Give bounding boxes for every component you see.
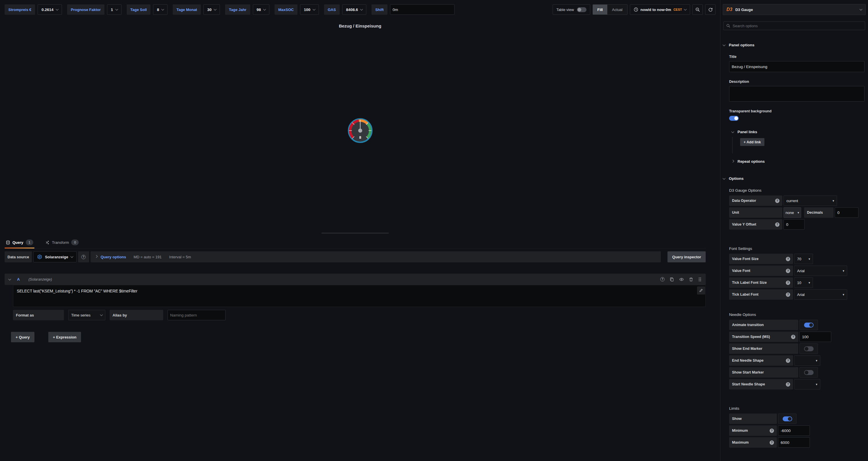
- section-label: Options: [729, 176, 744, 181]
- value-font-select[interactable]: Arial: [794, 265, 847, 276]
- query-options-expander[interactable]: Query options: [95, 255, 126, 259]
- help-icon[interactable]: ?: [786, 257, 790, 261]
- limits-show-toggle[interactable]: [783, 416, 792, 421]
- tick-label-font-select[interactable]: Arial: [794, 289, 847, 300]
- decimals-input[interactable]: [835, 207, 859, 218]
- data-operator-select[interactable]: current: [783, 196, 837, 206]
- options-section-header[interactable]: Options: [723, 176, 865, 181]
- panel-description-textarea[interactable]: [729, 86, 865, 102]
- start-needle-shape-select[interactable]: [794, 379, 820, 390]
- caret-down-icon: [842, 269, 844, 273]
- value-font-size-select[interactable]: 70: [794, 254, 813, 264]
- tab-transform[interactable]: Transform 0: [44, 237, 80, 248]
- query-row-actions: ?: [660, 277, 702, 282]
- subsection-label: Panel links: [738, 130, 757, 134]
- chevron-down-icon: [312, 8, 315, 11]
- transition-speed-label: Transition Speed (MS) ?: [729, 332, 798, 342]
- variable-value: 98: [257, 7, 261, 12]
- sql-query-editor[interactable]: SELECT last("KSEM_Leistung") * -1 FROM "…: [13, 285, 706, 307]
- help-icon[interactable]: ?: [791, 335, 795, 339]
- variable-tage-jahr: Tage Jahr 98: [225, 4, 269, 15]
- maximum-input[interactable]: [778, 437, 810, 448]
- query-help-icon[interactable]: ?: [660, 277, 664, 282]
- shift-input[interactable]: [390, 4, 455, 15]
- refresh-button[interactable]: [705, 4, 715, 15]
- animate-transition-toggle[interactable]: [804, 323, 814, 327]
- font-settings-rows: Value Font Size ? 70 Value Font ? Arial: [729, 254, 865, 300]
- datasource-picker[interactable]: Solaranzeige: [33, 251, 76, 262]
- tick-label-font-size-value: 10: [797, 281, 807, 285]
- add-link-button[interactable]: + Add link: [740, 138, 765, 146]
- drag-handle-icon[interactable]: [698, 277, 702, 282]
- query-inspector-button[interactable]: Query inspector: [668, 251, 706, 262]
- active-tab-underline: [5, 248, 34, 249]
- tick-label-font-size-select[interactable]: 10: [794, 278, 813, 288]
- variable-value-dropdown[interactable]: 8: [153, 4, 167, 15]
- variable-value-dropdown[interactable]: 0.2614: [38, 4, 62, 15]
- panel-links-header[interactable]: Panel links: [732, 130, 865, 134]
- help-icon[interactable]: ?: [775, 199, 779, 203]
- transparent-background-toggle[interactable]: [729, 116, 739, 121]
- add-expression-button[interactable]: + Expression: [48, 332, 81, 342]
- variable-value-dropdown[interactable]: 98: [253, 4, 269, 15]
- chevron-down-icon: [70, 255, 73, 258]
- zoom-out-time-button[interactable]: [692, 4, 703, 15]
- show-end-marker-toggle[interactable]: [804, 346, 814, 351]
- query-options-label: Query options: [101, 255, 126, 259]
- transition-speed-input[interactable]: [799, 332, 831, 342]
- alias-by-input[interactable]: [167, 310, 226, 320]
- tab-query[interactable]: Query 1: [5, 237, 34, 248]
- variable-value: 0.2614: [41, 7, 53, 12]
- help-icon[interactable]: ?: [786, 382, 790, 386]
- hide-query-eye-icon[interactable]: [679, 277, 684, 282]
- chevron-down-icon: [684, 8, 687, 11]
- query-row-header[interactable]: A (Solaranzeige) ?: [5, 273, 706, 285]
- format-as-select[interactable]: Time series: [68, 310, 105, 320]
- variable-value-dropdown[interactable]: 100: [300, 4, 319, 15]
- help-icon[interactable]: ?: [786, 269, 790, 273]
- pane-resize-handle[interactable]: [321, 233, 389, 234]
- display-mode-actual[interactable]: Actual: [607, 5, 627, 15]
- value-font-value: Arial: [797, 269, 841, 273]
- options-search-input[interactable]: [733, 24, 862, 28]
- datasource-help-button[interactable]: ?: [78, 251, 89, 262]
- query-editor-section: Query 1 Transform 0 Data source: [0, 233, 720, 461]
- value-font-size-value: 70: [797, 257, 807, 261]
- variable-value-dropdown[interactable]: 30: [204, 4, 220, 15]
- options-search[interactable]: [723, 22, 865, 30]
- query-ref-id: A: [17, 277, 20, 282]
- edit-query-button[interactable]: [697, 286, 705, 294]
- value-y-offset-input[interactable]: [783, 219, 805, 230]
- help-icon[interactable]: ?: [770, 429, 774, 433]
- help-icon[interactable]: ?: [786, 292, 790, 297]
- time-range-picker[interactable]: now/d to now-0m CEST: [630, 4, 690, 15]
- help-icon[interactable]: ?: [786, 358, 790, 363]
- datasource-label: Data source: [5, 251, 32, 262]
- minimum-input[interactable]: [778, 425, 810, 436]
- panel-options-section-header[interactable]: Panel options: [723, 43, 865, 47]
- unit-select[interactable]: none: [783, 207, 801, 218]
- value-font-row: Value Font ? Arial: [729, 265, 865, 276]
- visualization-picker[interactable]: D3 D3 Gauge: [723, 4, 866, 15]
- add-query-button[interactable]: + Query: [11, 332, 34, 342]
- start-needle-shape-row: Start Needle Shape ?: [729, 379, 865, 390]
- query-options-bar: Query options MD = auto = 191 Interval =…: [91, 251, 661, 262]
- repeat-options-header[interactable]: Repeat options: [732, 159, 865, 164]
- variable-value-dropdown[interactable]: 8408.6: [342, 4, 366, 15]
- delete-query-trash-icon[interactable]: [689, 277, 693, 282]
- needle-options-rows: Animate transition Transition Speed (MS)…: [729, 320, 865, 390]
- help-icon[interactable]: ?: [770, 440, 774, 445]
- variable-value-dropdown[interactable]: 1: [107, 4, 122, 15]
- show-start-marker-toggle[interactable]: [804, 370, 814, 375]
- panel-title-input[interactable]: [729, 61, 865, 72]
- options-scroll-area[interactable]: Panel options Title Description Transpar…: [720, 30, 868, 461]
- unit-label: Unit: [729, 207, 782, 218]
- display-mode-fill[interactable]: Fill: [593, 5, 608, 15]
- help-icon[interactable]: ?: [786, 281, 790, 285]
- duplicate-query-icon[interactable]: [670, 277, 674, 282]
- panel-links-body: + Add link: [732, 137, 865, 153]
- option-label: Value Y Offset: [732, 222, 756, 226]
- help-icon[interactable]: ?: [775, 222, 779, 227]
- table-view-toggle[interactable]: [577, 7, 587, 12]
- end-needle-shape-select[interactable]: [794, 355, 820, 366]
